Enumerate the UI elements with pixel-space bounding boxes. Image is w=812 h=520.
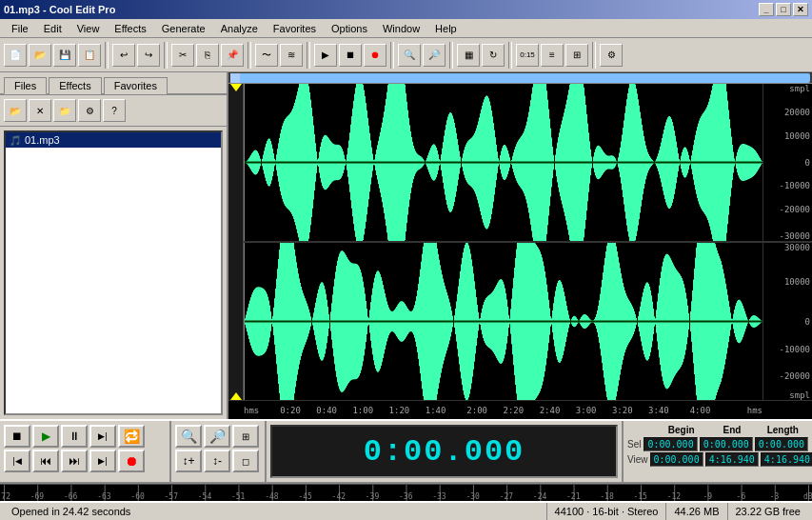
maximize-button[interactable]: □ [776,3,791,16]
tb-save-as-button[interactable]: 📋 [78,44,101,67]
tb-zoom-in-button[interactable]: 🔍 [398,44,421,67]
play-button[interactable]: ▶ [32,425,59,448]
tb-loop-select-button[interactable]: ↻ [482,44,505,67]
y-label-neg30000: -30000 [779,231,810,241]
panel-tabs: Files Effects Favorites [0,72,227,93]
channels-container [244,84,762,400]
zoom-all-button[interactable]: ⊞ [232,425,259,448]
tb-paste-button[interactable]: 📌 [221,44,244,67]
sel-length-value[interactable]: 0:00.000 [755,437,808,451]
menu-generate[interactable]: Generate [154,21,213,36]
y-label-10000: 10000 [784,131,810,141]
view-length-value[interactable]: 4:16.940 [761,452,812,467]
sel-label-view: View [627,454,648,465]
tb-copy-button[interactable]: ⎘ [196,44,219,67]
go-to-start-button[interactable]: |◀ [4,450,30,472]
tb-time-display-button[interactable]: 0:15 [516,44,539,67]
file-name: 01.mp3 [25,134,60,146]
panel-btn-folder[interactable]: 📁 [53,99,76,122]
tb-save-button[interactable]: 💾 [53,44,76,67]
tab-files[interactable]: Files [4,77,47,94]
menu-effects[interactable]: Effects [107,21,153,36]
tb-open-button[interactable]: 📂 [29,44,51,67]
menu-edit[interactable]: Edit [36,21,69,36]
waveform-channel-1 [244,84,762,243]
panel-btn-close[interactable]: ✕ [29,99,51,122]
sel-row-view: View 0:00.000 4:16.940 4:16.940 [627,452,808,467]
tb-undo-button[interactable]: ↩ [112,44,135,67]
body-area: Files Effects Favorites 📂 ✕ 📁 ⚙ ? 🎵 01.m… [0,72,812,419]
record-button[interactable]: ⏺ [118,450,145,472]
menu-options[interactable]: Options [324,21,375,36]
zoom-out-v-button[interactable]: ↕- [204,450,230,472]
view-begin-value[interactable]: 0:00.000 [650,452,703,467]
tb-redo-button[interactable]: ↪ [137,44,160,67]
loop-button[interactable]: 🔁 [118,425,145,448]
tb-stop-button[interactable]: ⏹ [339,44,362,67]
y-label-smpl-bottom: smpl [789,390,810,400]
panel-btn-help[interactable]: ? [103,99,126,122]
y-axis-ch2: 30000 10000 0 -10000 -20000 smpl [763,243,812,400]
tb-spectral-button[interactable]: ≋ [280,44,303,67]
menu-view[interactable]: View [69,21,108,36]
fast-forward-button[interactable]: ⏭ [61,450,88,472]
scroll-thumb[interactable] [230,73,240,83]
tb-new-button[interactable]: 📄 [4,44,27,67]
play-to-end-button[interactable]: ▶| [89,425,116,448]
view-end-value[interactable]: 4:16.940 [705,452,759,467]
tab-effects[interactable]: Effects [49,77,101,94]
time-value: 0:00.000 [364,434,525,470]
menu-window[interactable]: Window [375,21,427,36]
waveform-canvas-1 [244,84,762,241]
x-label-140: 1:40 [426,406,446,415]
tb-record-button[interactable]: ⏺ [364,44,386,67]
stop-button[interactable]: ⏹ [4,425,30,448]
tab-favorites[interactable]: Favorites [104,77,168,94]
title-bar-buttons: _ □ ✕ [759,3,808,16]
zoom-controls: 🔍 🔎 ⊞ ↕+ ↕- ◻ [171,421,267,482]
x-label-040: 0:40 [316,406,337,415]
list-item[interactable]: 🎵 01.mp3 [6,132,221,148]
sel-begin-value[interactable]: 0:00.000 [644,437,697,451]
y-label-neg10000-ch2: -10000 [779,345,810,354]
rewind-button[interactable]: ⏮ [32,450,59,472]
tb-fft-button[interactable]: 〜 [255,44,278,67]
scroll-bar-top[interactable] [228,72,812,84]
x-label-400: 4:00 [690,406,711,415]
menu-analyze[interactable]: Analyze [213,21,266,36]
zoom-sel-button[interactable]: ◻ [232,450,259,472]
pause-button[interactable]: ⏸ [61,425,88,448]
panel-btn-open[interactable]: 📂 [4,99,27,122]
menu-favorites[interactable]: Favorites [266,21,324,36]
sel-header: Begin End Length [627,425,808,435]
tb-grid-button[interactable]: ⊞ [565,44,588,67]
sel-end-value[interactable]: 0:00.000 [700,437,753,451]
zoom-in-button[interactable]: 🔍 [175,425,202,448]
tb-play-button[interactable]: ▶ [314,44,337,67]
zoom-out-button[interactable]: 🔎 [204,425,230,448]
zoom-in-v-button[interactable]: ↕+ [175,450,202,472]
y-label-neg20000-ch2: -20000 [779,371,810,381]
status-filesize: 44.26 MB [666,503,727,520]
x-axis: hms 0:20 0:40 1:00 1:20 1:40 2:00 2:20 2… [228,400,812,419]
file-list[interactable]: 🎵 01.mp3 [4,130,223,415]
tb-select-button[interactable]: ▦ [457,44,480,67]
close-button[interactable]: ✕ [793,3,808,16]
tb-bars-button[interactable]: ≡ [541,44,564,67]
menu-help[interactable]: Help [427,21,465,36]
tb-settings-button[interactable]: ⚙ [600,44,623,67]
zoom-row-2: ↕+ ↕- ◻ [175,450,261,472]
toolbar-separator-6 [449,42,453,69]
transport-row-1: ⏹ ▶ ⏸ ▶| 🔁 [4,425,166,448]
menu-file[interactable]: File [4,21,36,36]
tb-zoom-out-button[interactable]: 🔎 [423,44,446,67]
sel-row-sel: Sel 0:00.000 0:00.000 0:00.000 [627,437,808,451]
level-area [0,484,812,501]
go-to-end-button[interactable]: ▶| [89,450,116,472]
sel-header-length: Length [758,425,808,435]
panel-btn-settings[interactable]: ⚙ [78,99,101,122]
y-label-0-ch2: 0 [805,317,810,327]
minimize-button[interactable]: _ [759,3,774,16]
tb-cut-button[interactable]: ✂ [171,44,194,67]
playhead-marker-bottom [230,392,242,400]
